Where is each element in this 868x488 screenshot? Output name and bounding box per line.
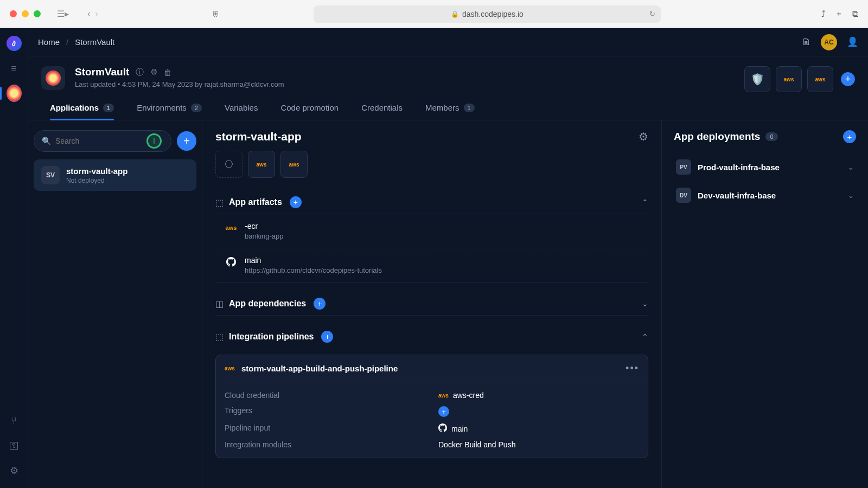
deployment-name: Prod-vault-infra-base xyxy=(698,163,780,172)
github-icon xyxy=(438,423,447,434)
search-input[interactable] xyxy=(55,137,163,145)
sidebar-toggle-icon[interactable]: ☰▸ xyxy=(57,9,69,19)
section-title: App dependencies xyxy=(229,299,306,309)
artifact-row[interactable]: aws -ecr banking-app xyxy=(215,214,648,248)
chevron-down-icon: ⌄ xyxy=(848,191,854,200)
tab-environments[interactable]: Environments 2 xyxy=(137,103,202,120)
browser-chrome: ☰▸ ‹ › ⛨ 🔒 dash.codepipes.io ↻ ⤴ + ⧉ xyxy=(0,0,868,28)
section-artifacts: ⬚ App artifacts + ⌃ aws -ecr banking-app xyxy=(215,191,648,282)
pipeline-name: storm-vault-app-build-and-push-pipeline xyxy=(241,364,398,373)
maximize-window-icon[interactable] xyxy=(34,10,41,17)
tab-credentials[interactable]: Credentials xyxy=(361,103,403,120)
section-artifacts-header[interactable]: ⬚ App artifacts + ⌃ xyxy=(215,191,648,214)
chevron-up-icon: ⌃ xyxy=(642,332,648,341)
tab-code-promotion[interactable]: Code promotion xyxy=(280,103,339,120)
app-title: storm-vault-app xyxy=(215,130,302,143)
artifact-sub: banking-app xyxy=(245,232,284,240)
lock-icon: 🔒 xyxy=(451,10,459,18)
aws-detail-chip-2[interactable]: aws xyxy=(280,151,308,178)
tab-badge: 1 xyxy=(464,104,475,112)
pipeline-label: Cloud credential xyxy=(225,391,425,400)
new-tab-icon[interactable]: + xyxy=(837,9,841,19)
section-title: App artifacts xyxy=(229,197,282,207)
tab-badge: 1 xyxy=(103,104,114,112)
user-icon[interactable]: 👤 xyxy=(847,36,858,48)
dependency-icon: ◫ xyxy=(215,299,224,309)
app-sidebar: 🔍 I + SV storm-vault-app Not deployed xyxy=(28,120,202,488)
aws-icon: aws xyxy=(225,365,235,371)
add-trigger-button[interactable]: + xyxy=(438,406,449,417)
add-integration-chip[interactable]: ⎔ xyxy=(215,151,242,178)
section-pipelines-header[interactable]: ⬚ Integration pipelines + ⌃ xyxy=(215,325,648,348)
app-detail: storm-vault-app ⚙ ⎔ aws aws ⬚ App artifa… xyxy=(202,120,661,488)
chevron-down-icon: ⌄ xyxy=(848,163,854,171)
minimize-window-icon[interactable] xyxy=(22,10,29,17)
tab-label: Variables xyxy=(225,103,258,112)
pipeline-value-text: main xyxy=(451,425,468,433)
refresh-icon[interactable]: ↻ xyxy=(649,10,655,18)
hamburger-icon[interactable]: ≡ xyxy=(7,61,22,76)
deployment-item[interactable]: DV Dev-vault-infra-base ⌄ xyxy=(674,181,856,209)
project-meta: Last updated • 4:53 PM, 24 May 2023 by r… xyxy=(75,80,284,88)
pipeline-menu-icon[interactable]: ••• xyxy=(626,363,639,374)
project-title: StormVault xyxy=(75,66,129,78)
breadcrumb-home[interactable]: Home xyxy=(38,37,60,47)
tab-label: Credentials xyxy=(361,103,403,112)
section-dependencies-header[interactable]: ◫ App dependencies + ⌄ xyxy=(215,292,648,316)
deployment-icon: DV xyxy=(676,188,691,203)
url-bar[interactable]: 🔒 dash.codepipes.io ↻ xyxy=(314,5,661,23)
tab-label: Environments xyxy=(137,103,187,112)
list-item[interactable]: SV storm-vault-app Not deployed xyxy=(34,159,196,191)
tabs-icon[interactable]: ⧉ xyxy=(852,9,858,19)
search-box[interactable]: 🔍 xyxy=(34,130,171,152)
tabs: Applications 1 Environments 2 Variables … xyxy=(28,92,868,120)
pipeline-value-text: Docker Build and Push xyxy=(438,440,639,449)
close-window-icon[interactable] xyxy=(10,10,17,17)
aws-chip-1[interactable]: aws xyxy=(776,66,802,92)
deployments-title: App deployments xyxy=(674,131,760,143)
tab-members[interactable]: Members 1 xyxy=(425,103,475,120)
branch-icon[interactable]: ⑂ xyxy=(7,413,22,428)
deployment-item[interactable]: PV Prod-vault-infra-base ⌄ xyxy=(674,153,856,181)
breadcrumb-project[interactable]: StormVault xyxy=(75,37,114,47)
tab-label: Applications xyxy=(50,103,99,112)
info-icon[interactable]: ⓘ xyxy=(136,67,144,78)
artifact-row[interactable]: main https://github.com/cldcvr/codepipes… xyxy=(215,248,648,282)
pipeline-icon: ⬚ xyxy=(215,332,224,342)
docs-icon[interactable]: 🗎 xyxy=(802,37,811,48)
tab-applications[interactable]: Applications 1 xyxy=(50,103,114,120)
add-application-button[interactable]: + xyxy=(177,131,196,151)
icon-rail: ∂ ≡ ⑂ ⚿ ⚙ xyxy=(0,28,28,488)
project-rail-icon[interactable] xyxy=(7,86,22,101)
section-title: Integration pipelines xyxy=(229,332,314,342)
traffic-lights xyxy=(10,10,41,17)
add-deployment-button[interactable]: + xyxy=(843,130,856,143)
avatar[interactable]: AC xyxy=(821,34,837,50)
key-icon[interactable]: ⚿ xyxy=(7,438,22,453)
breadcrumb-separator: / xyxy=(66,37,68,47)
url-text: dash.codepipes.io xyxy=(462,10,524,18)
nav-back-icon[interactable]: ‹ xyxy=(87,8,91,20)
pipeline-value: main xyxy=(438,423,639,434)
tab-variables[interactable]: Variables xyxy=(225,103,258,120)
add-artifact-button[interactable]: + xyxy=(290,196,302,208)
deployments-panel: App deployments 0 + PV Prod-vault-infra-… xyxy=(662,120,868,488)
app-settings-icon[interactable]: ⚙ xyxy=(639,130,648,143)
share-icon[interactable]: ⤴ xyxy=(821,9,826,19)
breadcrumb: Home / StormVault xyxy=(38,37,114,47)
aws-chip-2[interactable]: aws xyxy=(807,66,833,92)
section-pipelines: ⬚ Integration pipelines + ⌃ aws storm-va… xyxy=(215,325,648,458)
aws-detail-chip-1[interactable]: aws xyxy=(248,151,275,178)
app-logo-icon[interactable]: ∂ xyxy=(7,36,22,51)
add-pipeline-button[interactable]: + xyxy=(321,331,333,343)
add-credential-button[interactable]: + xyxy=(841,72,855,86)
pipeline-card: aws storm-vault-app-build-and-push-pipel… xyxy=(215,355,648,458)
privacy-shield-icon[interactable]: ⛨ xyxy=(212,10,220,18)
add-dependency-button[interactable]: + xyxy=(314,298,326,310)
chevron-up-icon: ⌃ xyxy=(642,198,648,207)
settings-rail-icon[interactable]: ⚙ xyxy=(7,463,22,478)
gear-icon[interactable]: ⚙ xyxy=(150,67,157,77)
artifact-sub: https://github.com/cldcvr/codepipes-tuto… xyxy=(245,266,382,274)
shield-chip[interactable]: 🛡️ xyxy=(744,66,770,92)
trash-icon[interactable]: 🗑 xyxy=(164,68,172,77)
